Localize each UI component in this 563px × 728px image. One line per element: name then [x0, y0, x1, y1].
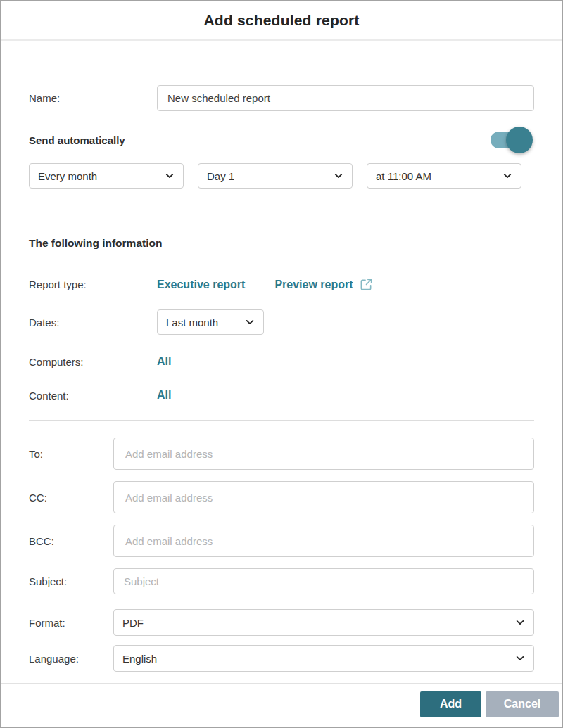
- dates-row: Dates: Last month: [29, 309, 534, 335]
- language-select-value: English: [122, 653, 157, 665]
- chevron-down-icon: [515, 618, 525, 627]
- content-label: Content:: [29, 390, 157, 402]
- cc-row: CC:: [29, 481, 534, 513]
- name-label: Name:: [29, 92, 157, 104]
- time-select[interactable]: at 11:00 AM: [367, 163, 521, 189]
- to-input[interactable]: [113, 438, 534, 470]
- dates-select-value: Last month: [166, 317, 218, 328]
- bcc-input[interactable]: [113, 525, 534, 557]
- frequency-select[interactable]: Every month: [29, 163, 184, 189]
- day-select[interactable]: Day 1: [198, 163, 353, 189]
- divider: [29, 420, 534, 421]
- subject-row: Subject:: [29, 568, 534, 594]
- chevron-down-icon: [502, 171, 512, 181]
- send-automatically-toggle[interactable]: [491, 127, 533, 153]
- report-type-row: Report type: Executive report Preview re…: [29, 278, 534, 291]
- chevron-down-icon: [334, 171, 343, 181]
- divider: [29, 217, 534, 217]
- add-button[interactable]: Add: [420, 691, 481, 717]
- computers-all-link-label: All: [157, 355, 171, 368]
- external-link-icon: [360, 278, 373, 291]
- send-automatically-row: Send automatically: [29, 127, 534, 153]
- cancel-button[interactable]: Cancel: [486, 691, 559, 717]
- day-select-value: Day 1: [207, 170, 234, 182]
- dates-select[interactable]: Last month: [157, 309, 264, 335]
- subject-input[interactable]: [113, 568, 534, 594]
- computers-all-link[interactable]: All: [157, 355, 171, 368]
- chevron-down-icon: [515, 653, 525, 663]
- format-row: Format: PDF: [29, 609, 534, 636]
- executive-report-link-label: Executive report: [157, 279, 245, 291]
- cc-label: CC:: [29, 492, 113, 504]
- frequency-select-value: Every month: [38, 170, 97, 182]
- toggle-knob: [506, 127, 533, 153]
- add-scheduled-report-dialog: Add scheduled report Name: Send automati…: [0, 0, 563, 728]
- dialog-footer: Add Cancel: [1, 683, 562, 727]
- computers-label: Computers:: [29, 356, 157, 368]
- subject-label: Subject:: [29, 575, 113, 587]
- content-all-link-label: All: [157, 389, 171, 402]
- to-row: To:: [29, 438, 534, 470]
- name-input[interactable]: [157, 85, 534, 111]
- chevron-down-icon: [245, 317, 255, 327]
- report-type-label: Report type:: [29, 279, 157, 290]
- bcc-row: BCC:: [29, 525, 534, 557]
- cc-input[interactable]: [113, 481, 534, 513]
- report-type-links: Executive report Preview report: [157, 278, 373, 291]
- content-row: Content: All: [29, 388, 534, 402]
- language-label: Language:: [29, 653, 113, 665]
- name-row: Name:: [29, 85, 534, 111]
- dialog-header: Add scheduled report: [1, 1, 562, 41]
- section-heading: The following information: [29, 237, 534, 250]
- format-label: Format:: [29, 617, 113, 629]
- dates-label: Dates:: [29, 317, 157, 328]
- send-automatically-label: Send automatically: [29, 134, 125, 146]
- executive-report-link[interactable]: Executive report: [157, 279, 245, 291]
- chevron-down-icon: [165, 171, 175, 181]
- language-row: Language: English: [29, 645, 534, 672]
- preview-report-link[interactable]: Preview report: [274, 278, 372, 291]
- format-select[interactable]: PDF: [113, 609, 534, 636]
- language-select[interactable]: English: [113, 645, 534, 672]
- content-all-link[interactable]: All: [157, 389, 171, 402]
- time-select-value: at 11:00 AM: [376, 170, 431, 182]
- dialog-title: Add scheduled report: [203, 12, 359, 29]
- to-label: To:: [29, 448, 113, 460]
- preview-report-link-label: Preview report: [274, 279, 353, 291]
- schedule-selects-row: Every month Day 1 at 11:00 AM: [29, 163, 534, 189]
- computers-row: Computers: All: [29, 355, 534, 369]
- format-select-value: PDF: [122, 617, 144, 629]
- bcc-label: BCC:: [29, 535, 113, 547]
- dialog-body: Name: Send automatically Every month Day…: [1, 41, 562, 683]
